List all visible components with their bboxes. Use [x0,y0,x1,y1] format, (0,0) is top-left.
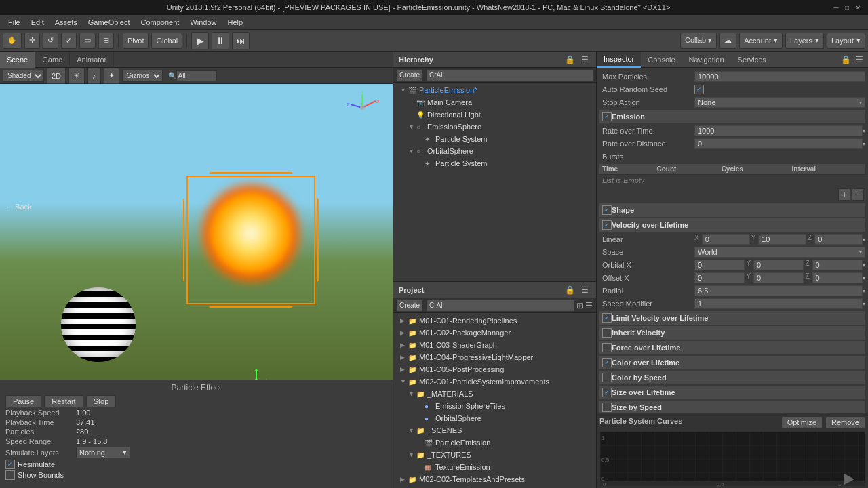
color-by-speed-section[interactable]: Color by Speed [599,371,865,384]
inspector-menu-icon[interactable]: ☰ [853,54,865,66]
bursts-remove-btn[interactable]: − [852,188,864,201]
pause-ctrl-btn[interactable]: Pause [5,395,41,407]
layout-dropdown[interactable]: Layout ▾ [827,33,865,49]
force-checkbox[interactable] [602,343,612,352]
play-button[interactable]: ▶ [191,32,209,49]
transform-tool[interactable]: ⊞ [98,33,114,49]
back-button[interactable]: ← Back [5,203,32,211]
proj-m01-c02[interactable]: ▶ 📁 M01-C02-PackageManager [395,327,595,339]
fx-btn[interactable]: ✦ [104,68,119,84]
proj-m02-c02[interactable]: ▶ 📁 M02-C02-TemplatesAndPresets [395,473,595,485]
pivot-btn[interactable]: Pivot [123,33,149,49]
step-button[interactable]: ⏭ [232,32,250,49]
tree-item-main-camera[interactable]: 📷 Main Camera [395,96,595,108]
tree-item-dir-light[interactable]: 💡 Directional Light [395,108,595,121]
project-menu-icon[interactable]: ☰ [578,284,591,296]
tree-item-particle-system-1[interactable]: ✦ Particle System [395,133,595,145]
tab-game[interactable]: Game [35,52,70,68]
offset-x[interactable]: 0 [694,272,745,283]
menu-window[interactable]: Window [184,15,222,30]
gizmos-dropdown[interactable]: Gizmos [122,70,163,82]
inherit-vel-checkbox[interactable] [602,328,612,338]
cloud-btn[interactable]: ☁ [719,33,736,49]
hierarchy-search[interactable] [426,69,593,81]
stop-ctrl-btn[interactable]: Stop [86,395,117,407]
orbital-y[interactable]: 0 [753,260,804,270]
limit-vel-section[interactable]: Limit Velocity over Lifetime [599,311,865,325]
orbital-x[interactable]: 0 [694,260,745,270]
show-bounds-checkbox[interactable] [5,470,15,480]
orbital-z[interactable]: 0 [812,260,863,270]
layers-dropdown[interactable]: Layers ▾ [785,33,824,49]
max-particles-value[interactable]: 10000 [694,71,865,82]
tab-scene[interactable]: Scene [0,52,35,68]
pause-button[interactable]: ⏸ [212,32,229,49]
restart-ctrl-btn[interactable]: Restart [44,395,83,407]
tab-inspector[interactable]: Inspector [597,52,641,68]
scale-tool[interactable]: ⤢ [61,33,77,49]
tab-animator[interactable]: Animator [70,52,114,68]
menu-component[interactable]: Component [135,15,184,30]
simulate-layers-dropdown[interactable]: Nothing ▾ [76,447,130,458]
size-by-speed-checkbox[interactable] [602,403,612,412]
menu-help[interactable]: Help [222,15,248,30]
tree-item-particle-system-2[interactable]: ✦ Particle System [395,157,595,169]
scene-view[interactable]: X Y Z [0,84,393,380]
tab-console[interactable]: Console [641,52,682,68]
menu-file[interactable]: File [3,15,26,30]
emission-checkbox[interactable] [602,112,612,121]
proj-emission-tiles[interactable]: ● EmissionSphereTiles [395,400,595,412]
proj-m01-c03[interactable]: ▶ 📁 M01-C03-ShaderGraph [395,339,595,351]
size-section[interactable]: Size over Lifetime [599,386,865,399]
project-view-icon[interactable]: ⊞ [575,300,584,312]
resimulate-checkbox[interactable] [5,460,15,469]
emission-section[interactable]: Emission [599,110,865,123]
stop-action-value[interactable]: None ▾ [694,97,865,108]
auto-random-seed-checkbox[interactable] [694,85,704,94]
proj-particle-emission-scene[interactable]: 🎬 ParticleEmission [395,436,595,449]
tree-item-emission-sphere[interactable]: ▼ ○ EmissionSphere [395,121,595,133]
proj-m01-c05[interactable]: ▶ 📁 M01-C05-PostProcessing [395,363,595,375]
tree-item-particle-emission[interactable]: ▼ 🎬 ParticleEmission* [395,84,595,96]
speed-modifier-value[interactable]: 1 [694,298,863,309]
scene-search[interactable] [176,70,217,81]
2d-toggle[interactable]: 2D [47,68,66,84]
offset-y[interactable]: 0 [753,272,804,283]
proj-orbital-sphere[interactable]: ● OrbitalSphere [395,412,595,424]
hierarchy-menu-icon[interactable]: ☰ [578,54,591,66]
lighting-btn[interactable]: ☀ [68,68,85,84]
proj-scenes[interactable]: ▼ 📁 _SCENES [395,424,595,436]
size-by-speed-section[interactable]: Size by Speed [599,401,865,413]
rate-over-time-value[interactable]: 1000 [694,125,863,136]
curves-remove-btn[interactable]: Remove [825,416,865,428]
velocity-checkbox[interactable] [602,220,612,230]
tab-navigation[interactable]: Navigation [682,52,731,68]
space-value[interactable]: World ▾ [694,247,865,258]
menu-assets[interactable]: Assets [50,15,83,30]
close-btn[interactable]: ✕ [853,3,863,12]
size-checkbox[interactable] [602,388,612,397]
hierarchy-create-btn[interactable]: Create [396,69,423,81]
linear-y[interactable]: 10 [758,234,806,245]
rotate-tool[interactable]: ↺ [43,33,58,49]
linear-x[interactable]: 0 [702,234,750,245]
inherit-vel-section[interactable]: Inherit Velocity [599,326,865,340]
minimize-btn[interactable]: ─ [831,3,841,12]
project-list-icon[interactable]: ☰ [585,300,593,312]
project-search[interactable] [426,300,575,312]
project-create-btn[interactable]: Create [396,300,423,312]
rate-over-dist-value[interactable]: 0 [694,138,863,149]
hand-tool[interactable]: ✋ [3,33,22,49]
proj-m02-c01[interactable]: ▼ 📁 M02-C01-ParticleSystemImprovements [395,375,595,388]
rect-tool[interactable]: ▭ [79,33,96,49]
audio-btn[interactable]: ♪ [87,68,101,84]
color-by-speed-checkbox[interactable] [602,373,612,382]
offset-z[interactable]: 0 [812,272,863,283]
tree-item-orbital-sphere[interactable]: ▼ ○ OrbitalSphere [395,145,595,157]
move-tool[interactable]: ✛ [24,33,40,49]
radial-value[interactable]: 6.5 [694,285,863,296]
force-section[interactable]: Force over Lifetime [599,341,865,354]
shape-checkbox[interactable] [602,205,612,215]
proj-textures[interactable]: ▼ 📁 _TEXTURES [395,449,595,461]
color-checkbox[interactable] [602,358,612,367]
